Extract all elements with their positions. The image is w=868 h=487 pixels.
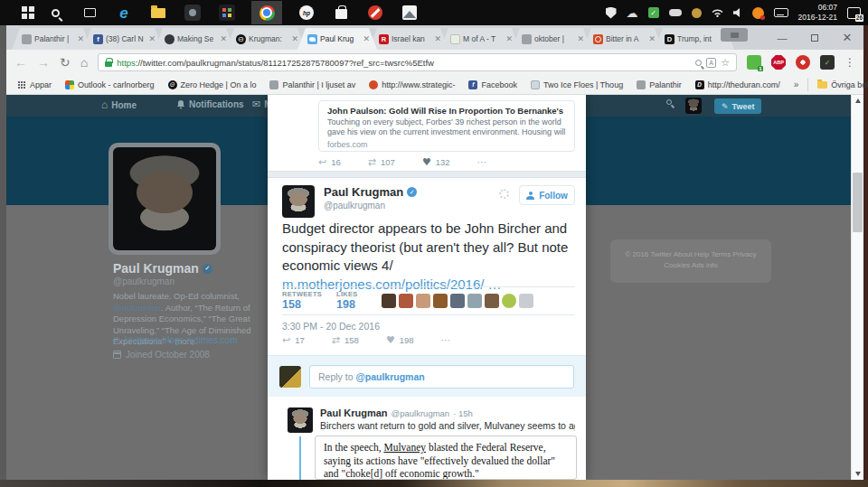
reply-author-name[interactable]: Paul Krugman [320,407,388,418]
chrome-menu-icon[interactable]: ⋮ [844,56,855,69]
participant-avatar[interactable] [382,294,396,308]
bookmark-theduran[interactable]: http://theduran.com/ [695,80,780,89]
tab-making-sense[interactable]: Making Se✕ [155,28,234,50]
store-icon[interactable] [331,3,351,23]
avast-icon[interactable] [752,7,764,19]
bookmark-outlook[interactable]: Outlook - carlnorberg [65,80,155,89]
tweet-author-block[interactable]: Paul Krugman✓ @paulkrugman [324,185,417,211]
home-icon[interactable]: ⌂ [80,56,88,69]
disconnect-extension-icon[interactable] [796,55,810,70]
hp-app-icon[interactable]: hp [297,3,316,23]
nav-notifications[interactable]: Notifications [176,99,244,109]
bookmark-star-icon[interactable]: ☆ [721,57,730,69]
bookmark-zerohedge[interactable]: Zero Hedge | On a lo [168,80,257,89]
tweet-author-name[interactable]: Paul Krugman [324,185,403,199]
participant-avatar[interactable] [416,294,430,308]
bookmark-facebook[interactable]: Facebook [468,80,517,89]
retweets-stat[interactable]: RETWEETS158 [282,291,322,312]
bookmarks-overflow-chevron[interactable]: » [794,80,799,89]
tab-close-icon[interactable]: ✕ [362,34,371,43]
address-bar[interactable]: https://twitter.com/paulkrugman/status/8… [98,53,737,71]
defender-icon[interactable] [606,7,617,19]
tab-paul-krugman-twitter[interactable]: Paul Krug✕ [297,28,377,50]
volume-icon[interactable] [733,8,742,17]
https-lock-icon[interactable] [105,61,112,67]
nav-search-icon[interactable] [666,99,672,105]
file-explorer-icon[interactable] [148,3,168,23]
participant-avatar[interactable] [485,294,499,308]
tab-krugman-zerohedge[interactable]: Krugman:✕ [226,28,306,50]
embedded-article-image[interactable]: In the speech, Mulvaney blasted the Fede… [315,435,577,480]
wifi-icon[interactable] [712,8,723,17]
blocker-app-icon[interactable] [365,3,385,23]
likes-stat[interactable]: LIKES198 [336,291,358,312]
scrollbar-down-arrow[interactable] [855,472,861,476]
tab-close-icon[interactable]: ✕ [647,34,656,43]
more-action[interactable]: ⋯ [477,157,487,167]
reply-action[interactable]: ↩17 [282,335,305,345]
like-action[interactable]: ♥132 [422,157,450,167]
profile-name[interactable]: Paul Krugman✓ [113,261,212,276]
extension-downloader-icon[interactable]: 1 [747,55,761,70]
zoom-search-icon[interactable] [695,60,702,66]
reply-timestamp[interactable]: · 15h [453,408,473,418]
photos-app-icon[interactable] [400,3,420,23]
tweet-author-avatar[interactable] [282,185,315,218]
bookmark-strategic[interactable]: http://www.strategic- [369,80,455,89]
participant-avatar[interactable] [502,294,516,308]
adblock-plus-icon[interactable]: ABP [771,55,786,70]
more-action[interactable]: ⋯ [441,335,451,345]
follow-button[interactable]: Follow [519,185,575,205]
scanner-icon[interactable] [692,8,702,18]
minimize-button[interactable]: — [766,25,798,50]
scrollbar-up-arrow[interactable] [855,98,861,103]
other-bookmarks-folder[interactable]: Övriga bokmärken [817,80,868,89]
reply-author-handle[interactable]: @paulkrugman [392,408,450,418]
edge-icon[interactable]: e [114,3,134,23]
device-icon[interactable] [669,9,682,16]
reply-author-avatar[interactable] [288,407,313,433]
tab-close-icon[interactable]: ✕ [433,34,442,43]
chrome-icon-active[interactable] [251,1,282,24]
nav-profile-avatar[interactable] [685,98,702,114]
reload-icon[interactable]: ↻ [60,56,71,69]
nav-home[interactable]: ⌂Home [101,99,137,110]
tweet-compose-button[interactable]: ✎Tweet [714,98,761,114]
page-scrollbar[interactable] [851,95,863,480]
camera-app-icon[interactable] [183,3,203,23]
close-button[interactable]: ✕ [831,25,863,50]
bookmark-two-ice-floes[interactable]: Two Ice Floes | Thoug [531,80,623,89]
forward-icon[interactable]: → [37,56,50,69]
scrollbar-thumb[interactable] [853,173,863,232]
profile-website[interactable]: krugman.blogs.nytimes.com [113,335,238,345]
profile-photo-card[interactable] [108,143,221,255]
profile-website-link[interactable]: krugman.blogs.nytimes.com [125,335,238,345]
retweet-action[interactable]: ⇄107 [368,157,395,167]
tab-moon-of-alabama[interactable]: M of A - T✕ [440,28,520,50]
tab-israel[interactable]: Israel kan✕ [369,28,448,50]
maximize-button[interactable] [798,25,831,50]
tab-facebook[interactable]: (38) Carl N✕ [83,28,163,50]
task-view-icon[interactable] [80,3,99,23]
participant-avatar[interactable] [467,294,482,308]
back-icon[interactable]: ← [14,56,27,69]
media-app-icon[interactable] [217,3,237,23]
participant-avatar[interactable] [519,294,533,308]
reply-input[interactable]: Reply to @paulkrugman [309,365,574,389]
action-center-icon[interactable]: 26 [847,7,861,19]
taskbar-search-icon[interactable] [45,3,65,23]
retweet-action[interactable]: ⇄158 [332,335,359,345]
bio-mention-link[interactable]: @nytopinion [113,303,161,313]
sync-ok-icon[interactable]: ✓ [648,7,659,18]
participant-avatar[interactable] [399,294,413,308]
touch-keyboard-icon[interactable] [774,8,788,17]
tab-close-icon[interactable]: ✕ [290,34,299,43]
tab-close-icon[interactable]: ✕ [505,34,514,43]
clock[interactable]: 06:072016-12-21 [798,3,837,22]
translate-icon[interactable]: A [706,58,716,68]
bookmark-palanthir[interactable]: Palanthir | I ljuset av [269,80,355,89]
tab-close-icon[interactable]: ✕ [76,34,85,43]
tab-close-icon[interactable]: ✕ [147,34,156,43]
tweet-author-handle[interactable]: @paulkrugman [324,201,417,211]
reply-action[interactable]: ↩16 [318,157,341,167]
